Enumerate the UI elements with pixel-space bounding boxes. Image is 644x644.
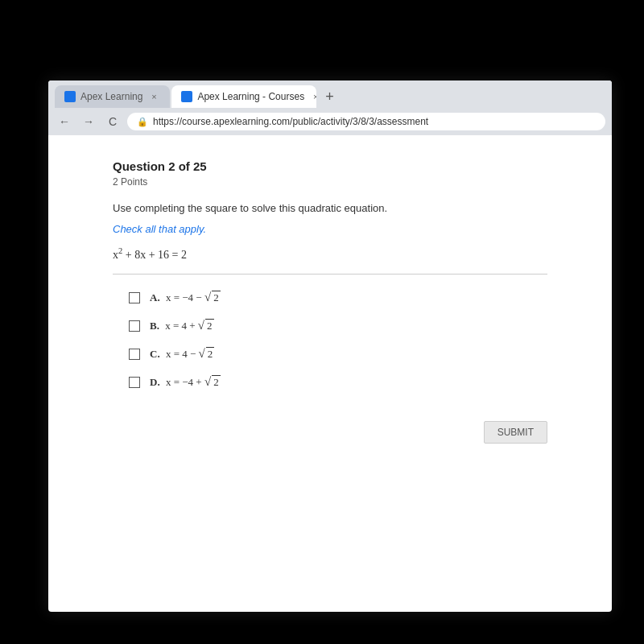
tab-apex-courses[interactable]: Apex Learning - Courses × [171, 85, 316, 108]
tab-favicon-2 [181, 91, 192, 102]
choice-a[interactable]: A. x = −4 − √2 [129, 291, 547, 304]
new-tab-button[interactable]: + [318, 85, 341, 108]
tab-apex-learning[interactable]: Apex Learning × [55, 85, 170, 108]
choice-c-text: C. x = 4 − √2 [150, 347, 214, 361]
tab-close-2[interactable]: × [309, 90, 316, 103]
submit-area: SUBMIT [113, 421, 547, 444]
choice-d-text: D. x = −4 + √2 [150, 375, 221, 389]
refresh-button[interactable]: C [103, 112, 122, 131]
browser-chrome: Apex Learning × Apex Learning - Courses … [48, 80, 612, 135]
tab-bar: Apex Learning × Apex Learning - Courses … [48, 80, 612, 108]
checkbox-a[interactable] [129, 292, 140, 303]
checkbox-d[interactable] [129, 377, 140, 388]
address-bar[interactable]: 🔒 https://course.apexlearning.com/public… [127, 113, 605, 130]
tab-label-1: Apex Learning [80, 91, 142, 102]
points-label: 2 Points [113, 176, 547, 188]
answer-choices: A. x = −4 − √2 B. x = 4 + √2 [113, 291, 547, 389]
forward-button[interactable]: → [79, 112, 98, 131]
equation: x2 + 8x + 16 = 2 [113, 246, 547, 262]
choice-c[interactable]: C. x = 4 − √2 [129, 347, 547, 361]
page-content: Question 2 of 25 2 Points Use completing… [48, 135, 612, 609]
lock-icon: 🔒 [137, 117, 148, 127]
address-bar-row: ← → C 🔒 https://course.apexlearning.com/… [48, 108, 612, 135]
choice-a-text: A. x = −4 − √2 [150, 291, 221, 304]
instruction-text: Use completing the square to solve this … [113, 200, 547, 217]
divider [113, 274, 547, 275]
submit-button[interactable]: SUBMIT [484, 421, 547, 444]
choice-b[interactable]: B. x = 4 + √2 [129, 319, 547, 332]
question-header: Question 2 of 25 [113, 159, 547, 173]
browser-window: Apex Learning × Apex Learning - Courses … [48, 80, 612, 612]
url-text: https://course.apexlearning.com/public/a… [153, 116, 428, 127]
check-all-text: Check all that apply. [113, 223, 547, 235]
back-button[interactable]: ← [55, 112, 74, 131]
checkbox-b[interactable] [129, 320, 140, 332]
choice-b-text: B. x = 4 + √2 [150, 319, 214, 332]
tab-favicon-1 [64, 91, 76, 102]
tab-label-2: Apex Learning - Courses [197, 91, 304, 102]
tab-close-1[interactable]: × [147, 90, 160, 103]
choice-d[interactable]: D. x = −4 + √2 [129, 375, 547, 389]
checkbox-c[interactable] [129, 349, 140, 360]
